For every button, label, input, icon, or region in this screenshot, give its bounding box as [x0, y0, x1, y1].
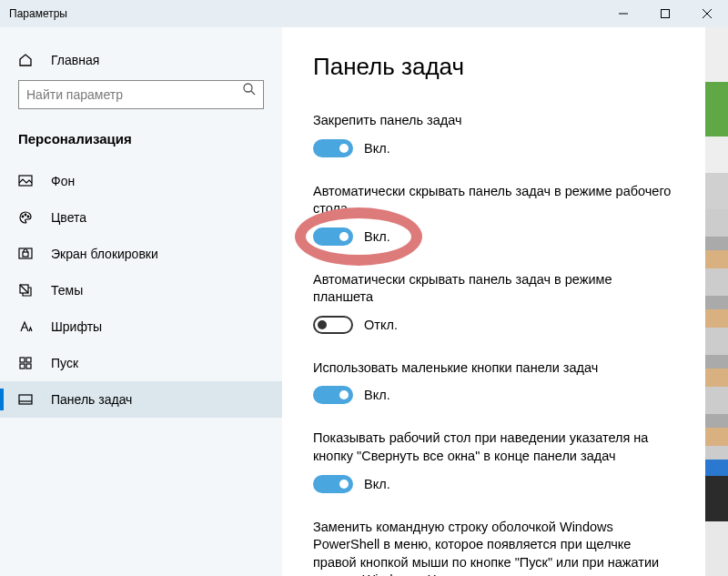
background-page-sliver [705, 27, 728, 576]
svg-rect-16 [26, 364, 31, 369]
maximize-button[interactable] [644, 0, 686, 27]
close-button[interactable] [686, 0, 728, 27]
home-label: Главная [51, 53, 99, 67]
picture-icon [18, 174, 33, 188]
sidebar-section-title: Персонализация [0, 126, 282, 163]
sidebar-item-lockscreen[interactable]: Экран блокировки [0, 236, 282, 272]
svg-point-8 [25, 214, 26, 216]
setting-label: Показывать рабочий стол при наведении ук… [313, 429, 674, 465]
home-nav[interactable]: Главная [0, 45, 282, 75]
svg-rect-13 [20, 358, 25, 362]
toggle-state-label: Вкл. [364, 388, 390, 402]
svg-line-5 [251, 91, 255, 95]
toggle-small-buttons[interactable] [313, 386, 353, 404]
setting-autohide-desktop: Автоматически скрывать панель задач в ре… [313, 183, 674, 246]
svg-rect-11 [23, 252, 28, 257]
sidebar-item-label: Экран блокировки [51, 247, 158, 261]
sidebar: Главная Персонализация Фон Цвета Э [0, 27, 282, 576]
setting-label: Заменить командную строку оболочкой Wind… [313, 519, 674, 577]
svg-rect-1 [662, 10, 670, 18]
taskbar-icon [18, 392, 33, 407]
sidebar-item-label: Шрифты [51, 319, 102, 334]
svg-point-7 [22, 216, 24, 217]
fonts-icon [18, 319, 33, 334]
setting-label: Автоматически скрывать панель задач в ре… [313, 271, 674, 307]
search-container [0, 75, 282, 126]
toggle-state-label: Вкл. [364, 141, 390, 156]
page-title: Панель задач [313, 53, 674, 81]
title-bar: Параметры [0, 0, 728, 27]
lockscreen-icon [18, 247, 33, 261]
toggle-state-label: Откл. [364, 318, 398, 332]
setting-autohide-tablet: Автоматически скрывать панель задач в ре… [313, 271, 674, 334]
setting-powershell: Заменить командную строку оболочкой Wind… [313, 519, 674, 577]
sidebar-item-start[interactable]: Пуск [0, 345, 282, 381]
svg-rect-17 [19, 395, 32, 404]
sidebar-item-label: Темы [51, 283, 83, 298]
sidebar-item-label: Пуск [51, 356, 78, 370]
home-icon [18, 53, 33, 67]
sidebar-item-taskbar[interactable]: Панель задач [0, 381, 282, 418]
sidebar-item-background[interactable]: Фон [0, 163, 282, 199]
setting-label: Закрепить панель задач [313, 112, 674, 130]
svg-rect-15 [20, 364, 25, 369]
setting-lock-taskbar: Закрепить панель задач Вкл. [313, 112, 674, 157]
palette-icon [18, 210, 33, 225]
setting-peek-desktop: Показывать рабочий стол при наведении ук… [313, 429, 674, 492]
window-controls [602, 0, 728, 27]
setting-label: Автоматически скрывать панель задач в ре… [313, 183, 674, 218]
search-input[interactable] [18, 80, 264, 109]
svg-point-9 [27, 216, 29, 217]
minimize-button[interactable] [602, 0, 644, 27]
sidebar-item-label: Цвета [51, 210, 86, 225]
svg-rect-14 [26, 358, 31, 362]
window-title: Параметры [9, 7, 67, 20]
sidebar-item-label: Панель задач [51, 392, 132, 407]
setting-label: Использовать маленькие кнопки панели зад… [313, 359, 674, 378]
toggle-state-label: Вкл. [364, 229, 390, 244]
setting-small-buttons: Использовать маленькие кнопки панели зад… [313, 359, 674, 405]
start-icon [18, 356, 33, 370]
sidebar-item-colors[interactable]: Цвета [0, 199, 282, 236]
sidebar-item-themes[interactable]: Темы [0, 272, 282, 308]
toggle-state-label: Вкл. [364, 477, 390, 491]
toggle-lock-taskbar[interactable] [313, 139, 353, 157]
sidebar-item-fonts[interactable]: Шрифты [0, 308, 282, 345]
toggle-peek-desktop[interactable] [313, 475, 353, 493]
toggle-autohide-tablet[interactable] [313, 316, 353, 334]
search-icon [242, 82, 257, 96]
toggle-autohide-desktop[interactable] [313, 227, 353, 246]
sidebar-item-label: Фон [51, 174, 75, 188]
themes-icon [18, 283, 33, 298]
svg-point-4 [244, 84, 252, 92]
main-content: Панель задач Закрепить панель задач Вкл.… [282, 27, 705, 576]
